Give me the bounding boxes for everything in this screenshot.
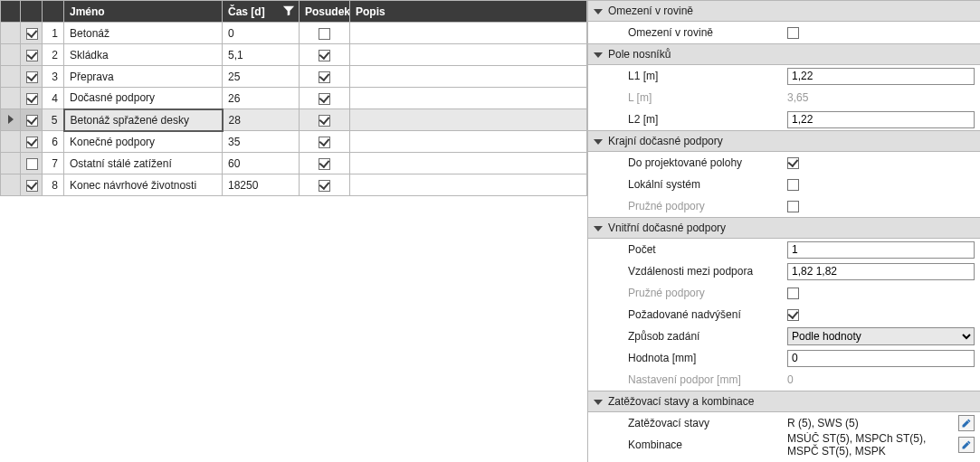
prop-int-mode: Způsob zadání Podle hodnoty <box>588 325 980 347</box>
group-spans[interactable]: Pole nosníků <box>588 43 980 65</box>
row-name[interactable]: Betonáž <box>64 23 223 44</box>
group-loads[interactable]: Zatěžovací stavy a kombinace <box>588 391 980 412</box>
prop-end-design-pos: Do projektované polohy <box>588 152 980 174</box>
checkbox[interactable] <box>26 28 38 40</box>
filter-icon[interactable] <box>282 5 295 17</box>
checkbox[interactable] <box>319 180 330 192</box>
prop-value: 0 <box>787 373 794 386</box>
row-check-cell[interactable] <box>21 109 43 131</box>
row-name[interactable]: Konec návrhové životnosti <box>64 174 223 196</box>
row-assess[interactable] <box>300 109 350 131</box>
table-row[interactable]: 6Konečné podpory35 <box>1 131 587 153</box>
row-name[interactable]: Betonáž spřažené desky <box>64 109 223 131</box>
checkbox[interactable] <box>26 158 38 170</box>
L2-input[interactable] <box>787 111 975 128</box>
checkbox[interactable] <box>319 137 330 148</box>
prop-int-camber: Požadované nadvýšení <box>588 304 980 325</box>
row-time[interactable]: 25 <box>223 66 300 88</box>
checkbox[interactable] <box>319 93 330 105</box>
row-time[interactable]: 35 <box>223 131 300 153</box>
row-assess[interactable] <box>300 131 350 153</box>
checkbox[interactable] <box>787 157 799 169</box>
prop-label: L1 [m] <box>628 70 782 82</box>
table-row[interactable]: 1Betonáž0 <box>1 23 587 44</box>
row-time[interactable]: 18250 <box>223 174 300 196</box>
row-desc[interactable] <box>350 153 587 174</box>
row-index: 6 <box>43 131 64 153</box>
row-assess[interactable] <box>300 66 350 88</box>
row-name[interactable]: Dočasné podpory <box>64 88 223 109</box>
int-count-input[interactable] <box>787 241 975 259</box>
row-assess[interactable] <box>300 44 350 66</box>
row-desc[interactable] <box>350 44 587 66</box>
row-check-cell[interactable] <box>21 44 43 66</box>
group-plane-restraint[interactable]: Omezení v rovině <box>588 0 980 22</box>
col-desc[interactable]: Popis <box>350 1 587 23</box>
prop-label: L [m] <box>628 91 782 104</box>
table-row[interactable]: 5Betonáž spřažené desky28 <box>1 109 587 131</box>
prop-end-local: Lokální systém <box>588 174 980 195</box>
table-row[interactable]: 2Skládka5,1 <box>1 44 587 66</box>
table-row[interactable]: 4Dočasné podpory26 <box>1 88 587 109</box>
int-dist-input[interactable] <box>787 263 975 280</box>
checkbox[interactable] <box>787 179 799 191</box>
row-check-cell[interactable] <box>21 88 43 109</box>
row-check-cell[interactable] <box>21 66 43 88</box>
row-check-cell[interactable] <box>21 174 43 196</box>
row-index: 2 <box>43 44 64 66</box>
group-end-supports[interactable]: Krajní dočasné podpory <box>588 130 980 152</box>
checkbox[interactable] <box>26 71 38 83</box>
row-name[interactable]: Skládka <box>64 44 223 66</box>
row-time[interactable]: 28 <box>223 109 300 131</box>
row-time[interactable]: 5,1 <box>223 44 300 66</box>
int-value-input[interactable] <box>787 350 975 367</box>
int-mode-select[interactable]: Podle hodnoty <box>787 327 975 345</box>
checkbox[interactable] <box>26 93 38 105</box>
checkbox[interactable] <box>26 137 38 148</box>
edit-icon[interactable] <box>958 437 975 453</box>
checkbox[interactable] <box>319 115 330 127</box>
row-name[interactable]: Konečné podpory <box>64 131 223 153</box>
table-row[interactable]: 8Konec návrhové životnosti18250 <box>1 174 587 196</box>
group-int-supports[interactable]: Vnitřní dočasné podpory <box>588 217 980 239</box>
col-name[interactable]: Jméno <box>64 1 223 23</box>
row-index: 8 <box>43 174 64 196</box>
row-desc[interactable] <box>350 88 587 109</box>
checkbox[interactable] <box>319 158 330 170</box>
row-indicator <box>1 109 21 131</box>
row-desc[interactable] <box>350 109 587 131</box>
row-time[interactable]: 26 <box>223 88 300 109</box>
row-desc[interactable] <box>350 66 587 88</box>
group-label: Omezení v rovině <box>608 5 693 17</box>
col-time[interactable]: Čas [d] <box>223 1 300 23</box>
checkbox[interactable] <box>26 115 38 127</box>
checkbox[interactable] <box>26 180 38 192</box>
row-check-cell[interactable] <box>21 23 43 44</box>
row-time[interactable]: 0 <box>223 23 300 44</box>
checkbox[interactable] <box>319 71 330 83</box>
col-assess[interactable]: Posudek <box>300 1 350 23</box>
edit-icon[interactable] <box>958 415 975 431</box>
row-time[interactable]: 60 <box>223 153 300 174</box>
row-assess[interactable] <box>300 153 350 174</box>
checkbox[interactable] <box>319 50 330 61</box>
row-check-cell[interactable] <box>21 131 43 153</box>
row-assess[interactable] <box>300 174 350 196</box>
checkbox[interactable] <box>787 27 799 39</box>
prop-label: Hodnota [mm] <box>628 352 782 364</box>
row-desc[interactable] <box>350 131 587 153</box>
row-desc[interactable] <box>350 23 587 44</box>
checkbox[interactable] <box>787 309 799 321</box>
col-index <box>43 1 64 23</box>
row-assess[interactable] <box>300 23 350 44</box>
checkbox[interactable] <box>319 28 330 40</box>
row-name[interactable]: Ostatní stálé zatížení <box>64 153 223 174</box>
row-name[interactable]: Přeprava <box>64 66 223 88</box>
table-row[interactable]: 3Přeprava25 <box>1 66 587 88</box>
table-row[interactable]: 7Ostatní stálé zatížení60 <box>1 153 587 174</box>
L1-input[interactable] <box>787 68 975 85</box>
row-assess[interactable] <box>300 88 350 109</box>
row-check-cell[interactable] <box>21 153 43 174</box>
row-desc[interactable] <box>350 174 587 196</box>
checkbox[interactable] <box>26 50 38 61</box>
